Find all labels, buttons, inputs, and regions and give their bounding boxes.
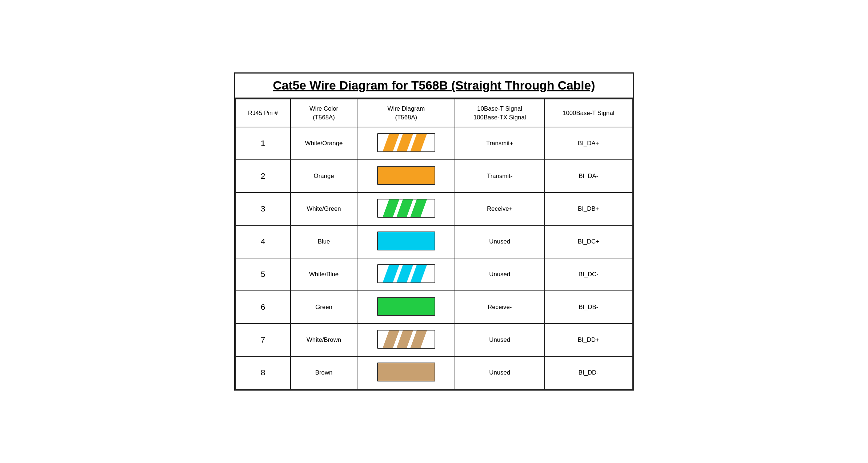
wire-striped-visual — [377, 199, 435, 218]
wire-solid-visual — [377, 232, 435, 250]
cell-pin: 6 — [236, 291, 291, 324]
cell-wire-color: Green — [291, 291, 357, 324]
cell-wire-color: Orange — [291, 160, 357, 193]
cell-pin: 4 — [236, 225, 291, 258]
table-row: 7White/BrownUnusedBI_DD+ — [236, 324, 633, 356]
cell-signal-100: Unused — [455, 258, 544, 291]
cell-wire-color: White/Green — [291, 193, 357, 225]
wire-solid-visual — [377, 166, 435, 185]
page-title: Cat5e Wire Diagram for T568B (Straight T… — [239, 79, 629, 92]
cell-signal-1000: BI_DD+ — [544, 324, 632, 356]
table-row: 2OrangeTransmit-BI_DA- — [236, 160, 633, 193]
table-row: 1White/OrangeTransmit+BI_DA+ — [236, 127, 633, 160]
cell-signal-100: Receive+ — [455, 193, 544, 225]
header-pin: RJ45 Pin # — [236, 99, 291, 127]
cell-signal-1000: BI_DB- — [544, 291, 632, 324]
header-signal-100: 10Base-T Signal100Base-TX Signal — [455, 99, 544, 127]
cell-wire-color: Brown — [291, 356, 357, 389]
cell-pin: 8 — [236, 356, 291, 389]
title-bar: Cat5e Wire Diagram for T568B (Straight T… — [235, 74, 633, 99]
cell-signal-1000: BI_DC+ — [544, 225, 632, 258]
cell-pin: 3 — [236, 193, 291, 225]
table-row: 4BlueUnusedBI_DC+ — [236, 225, 633, 258]
main-container: Cat5e Wire Diagram for T568B (Straight T… — [234, 72, 634, 391]
cell-wire-diagram — [357, 160, 455, 193]
cell-wire-diagram — [357, 356, 455, 389]
cell-wire-diagram — [357, 258, 455, 291]
cell-signal-100: Transmit- — [455, 160, 544, 193]
table-row: 3White/GreenReceive+BI_DB+ — [236, 193, 633, 225]
cell-signal-100: Unused — [455, 324, 544, 356]
cell-pin: 2 — [236, 160, 291, 193]
wire-striped-visual — [377, 330, 435, 349]
cell-wire-color: Blue — [291, 225, 357, 258]
cell-signal-1000: BI_DD- — [544, 356, 632, 389]
cell-signal-100: Transmit+ — [455, 127, 544, 160]
cell-wire-diagram — [357, 225, 455, 258]
cell-signal-100: Unused — [455, 225, 544, 258]
wire-diagram-table: RJ45 Pin # Wire Color(T568A) Wire Diagra… — [235, 99, 633, 389]
wire-striped-visual — [377, 133, 435, 152]
table-row: 6GreenReceive-BI_DB- — [236, 291, 633, 324]
wire-solid-visual — [377, 363, 435, 381]
cell-signal-1000: BI_DB+ — [544, 193, 632, 225]
cell-signal-1000: BI_DA- — [544, 160, 632, 193]
header-wire-color: Wire Color(T568A) — [291, 99, 357, 127]
cell-pin: 5 — [236, 258, 291, 291]
cell-signal-1000: BI_DC- — [544, 258, 632, 291]
wire-solid-visual — [377, 297, 435, 316]
cell-wire-diagram — [357, 127, 455, 160]
cell-signal-100: Unused — [455, 356, 544, 389]
table-row: 8BrownUnusedBI_DD- — [236, 356, 633, 389]
cell-pin: 1 — [236, 127, 291, 160]
cell-pin: 7 — [236, 324, 291, 356]
wire-striped-visual — [377, 264, 435, 283]
header-signal-1000: 1000Base-T Signal — [544, 99, 632, 127]
cell-signal-100: Receive- — [455, 291, 544, 324]
table-row: 5White/BlueUnusedBI_DC- — [236, 258, 633, 291]
cell-wire-color: White/Blue — [291, 258, 357, 291]
cell-signal-1000: BI_DA+ — [544, 127, 632, 160]
header-wire-diagram: Wire Diagram(T568A) — [357, 99, 455, 127]
table-header-row: RJ45 Pin # Wire Color(T568A) Wire Diagra… — [236, 99, 633, 127]
cell-wire-color: White/Brown — [291, 324, 357, 356]
cell-wire-diagram — [357, 193, 455, 225]
cell-wire-diagram — [357, 291, 455, 324]
cell-wire-diagram — [357, 324, 455, 356]
cell-wire-color: White/Orange — [291, 127, 357, 160]
